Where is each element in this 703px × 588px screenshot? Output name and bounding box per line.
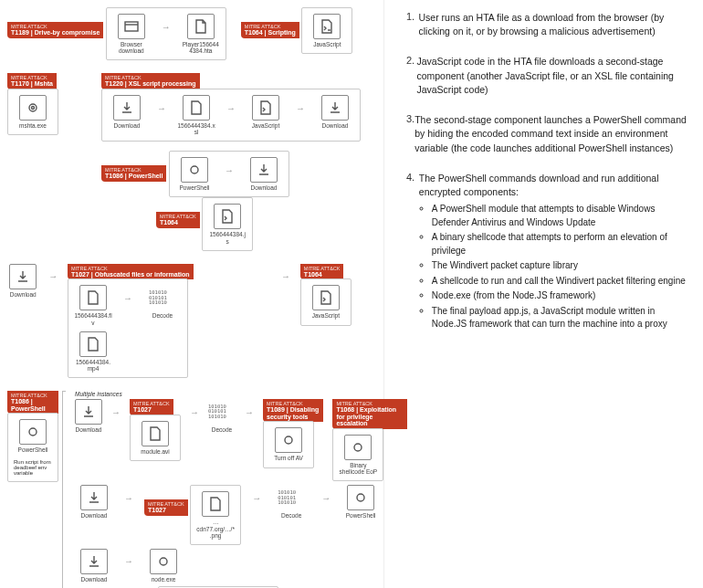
desc-step-4: 4. The PowerShell commands download and … — [406, 172, 692, 333]
stage-1: MITRE ATT&CKT1189 | Drive-by compromise … — [7, 7, 380, 60]
gear-icon — [25, 424, 41, 440]
node-turnoffav: Turn off AV — [269, 427, 308, 461]
bracket-icon — [62, 391, 66, 588]
node-decode-b2: 101010 010101 101010Decode — [272, 485, 310, 519]
download-icon — [86, 489, 102, 506]
svg-point-5 — [29, 428, 37, 436]
tag-t1064b: MITRE ATT&CKT1064 — [156, 212, 200, 228]
script-icon — [219, 208, 236, 225]
svg-point-2 — [29, 104, 37, 111]
node-download-b3: Download — [75, 549, 113, 583]
node-download: Download — [108, 95, 146, 129]
node-powershell: PowerShell — [175, 157, 214, 191]
runscript-label: Run script from deadbeef env variable — [14, 459, 52, 476]
file-icon — [193, 18, 209, 35]
node-powershell-b2: PowerShell — [341, 485, 380, 519]
node-moduleavi: module.avi — [136, 421, 174, 455]
download-icon — [119, 100, 135, 116]
arrow-icon — [47, 264, 58, 289]
node-hta-file: Player1566444384.hta — [182, 14, 220, 54]
script-icon — [318, 289, 334, 306]
desc-step-1: 1. User runs an HTA file as a download f… — [406, 11, 692, 38]
gear-icon — [155, 553, 172, 570]
download-icon — [327, 100, 343, 116]
arrow-icon — [223, 157, 236, 183]
gear-icon — [350, 439, 366, 456]
arrow-icon — [122, 485, 135, 510]
svg-point-9 — [160, 558, 167, 565]
list-item: The final payload app.js, a JavaScript m… — [432, 305, 692, 331]
node-mshta: mshta.exe — [14, 95, 52, 129]
node-download2: Download — [316, 95, 354, 129]
arrow-icon — [225, 95, 237, 121]
arrow-icon — [245, 399, 254, 425]
tag-t1089: MITRE ATT&CKT1089 | Disabling security t… — [263, 399, 323, 422]
list-item: A shellcode to run and call the Windiver… — [432, 275, 692, 289]
node-mp4-file: 1566444384.mp4 — [74, 331, 112, 372]
arrow-icon — [155, 95, 168, 121]
node-js: JavaScript — [308, 14, 346, 47]
browser-icon — [123, 18, 140, 35]
node-binshell-eop: Binary shellcode EoP — [339, 435, 377, 475]
download-icon — [15, 268, 31, 285]
tag-t1064: MITRE ATT&CKT1064 | Scripting — [241, 22, 299, 38]
download-icon — [80, 404, 97, 420]
file-icon — [207, 496, 224, 512]
node-cdn-png: …cdn77.org/…/*.png — [196, 491, 235, 538]
svg-point-6 — [285, 436, 292, 444]
download-icon — [86, 553, 102, 570]
stage-3: Download MITRE ATT&CKT1027 | Obfuscated … — [7, 264, 380, 378]
node-js3: JavaScript — [307, 285, 345, 319]
arrow-icon — [122, 549, 135, 574]
arrow-icon — [160, 14, 173, 39]
node-jsfile: 1566444384.js — [208, 204, 247, 244]
description-panel: 1. User runs an HTA file as a download f… — [383, 0, 703, 588]
node-download4: Download — [7, 264, 38, 298]
stage-4: MITRE ATT&CKT1086 | PowerShell PowerShel… — [7, 391, 380, 588]
svg-rect-0 — [125, 22, 138, 31]
svg-point-4 — [191, 166, 198, 173]
tag-t1064c: MITRE ATT&CKT1064 — [300, 264, 344, 280]
tag-t1027c: MITRE ATT&CKT1027 — [144, 499, 188, 516]
node-js2: JavaScript — [247, 95, 285, 129]
gear-icon — [352, 489, 369, 506]
list-item: A PowerShell module that attempts to dis… — [432, 203, 692, 229]
gear-icon — [280, 432, 297, 448]
desc-step-4-list: A PowerShell module that attempts to dis… — [432, 203, 692, 331]
tag-t1170: MITRE ATT&CKT1170 | Mshta — [7, 73, 57, 89]
svg-point-8 — [357, 494, 364, 501]
multi-instances-label: Multiple instances — [75, 391, 407, 397]
svg-point-7 — [354, 444, 362, 451]
gear-icon — [186, 162, 203, 178]
list-item: The Windivert packet capture library — [432, 259, 692, 273]
arrow-icon — [294, 95, 307, 121]
file-icon — [188, 100, 205, 116]
svg-point-3 — [32, 107, 35, 110]
node-nodeexe: node.exe — [144, 549, 183, 583]
arrow-icon — [121, 285, 134, 310]
stage-2: MITRE ATT&CKT1170 | Mshta mshta.exe MITR… — [7, 73, 380, 250]
desc-step-2: 2. JavaScript code in the HTA file downl… — [406, 55, 692, 97]
file-icon — [147, 425, 163, 442]
tag-t1068: MITRE ATT&CKT1068 | Exploitation for pri… — [332, 399, 407, 429]
arrow-icon — [280, 264, 291, 289]
node-browser: Browser download — [112, 14, 151, 54]
gear-icon — [25, 100, 41, 116]
node-download-b1: Download — [75, 399, 102, 433]
arrow-icon — [190, 399, 199, 425]
node-xsl-file: 1566444384.xsl — [177, 95, 215, 135]
tag-t1027: MITRE ATT&CKT1027 | Obfuscated files or … — [68, 264, 194, 280]
tag-t1220: MITRE ATT&CKT1220 | XSL script processin… — [101, 73, 199, 89]
node-powershell2: PowerShell — [14, 419, 52, 453]
list-item: A binary shellcode that attempts to perf… — [432, 231, 692, 257]
arrow-icon — [250, 485, 263, 510]
file-icon — [85, 289, 101, 306]
script-icon — [257, 100, 274, 116]
node-download-b2: Download — [75, 485, 113, 519]
node-decode: 101010 010101 101010Decode — [143, 285, 182, 319]
node-download3: Download — [245, 157, 283, 191]
tag-t1027b: MITRE ATT&CKT1027 — [130, 399, 173, 415]
script-icon — [319, 18, 335, 35]
node-flv-file: 1566444384.flv — [74, 285, 112, 325]
tag-t1086: MITRE ATT&CKT1086 | PowerShell — [101, 165, 166, 182]
